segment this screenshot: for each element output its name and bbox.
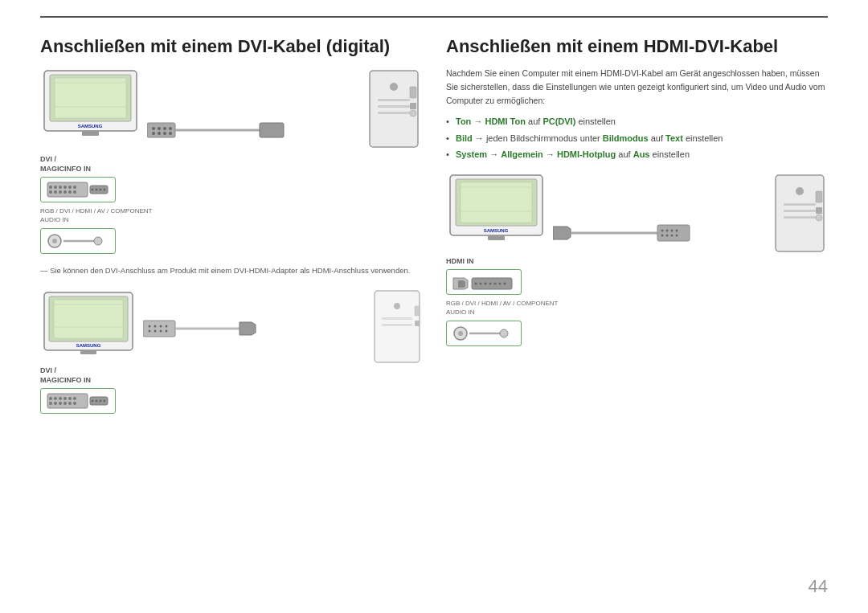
svg-point-75: [59, 397, 62, 400]
svg-rect-22: [378, 112, 410, 114]
dvi-port-panel-1: [46, 181, 110, 198]
bullet-list: Ton → HDMI Ton auf PC(DVI) einstellen Bi…: [446, 115, 828, 161]
page-number: 44: [809, 576, 828, 597]
svg-point-61: [154, 330, 157, 333]
svg-rect-71: [415, 321, 420, 326]
svg-rect-112: [784, 216, 816, 219]
svg-point-109: [796, 187, 804, 195]
top-line: [40, 16, 828, 18]
bullet-item-3: System → Allgemein → HDMI-Hotplug auf Au…: [446, 148, 828, 161]
svg-rect-92: [461, 182, 532, 223]
svg-point-40: [92, 189, 94, 191]
svg-rect-114: [816, 207, 822, 214]
bullet-item-2: Bild → jeden Bildschirmmodus unter Bildm…: [446, 132, 828, 145]
svg-point-125: [504, 282, 506, 284]
svg-point-83: [68, 402, 72, 405]
svg-point-76: [63, 397, 67, 400]
svg-point-28: [54, 186, 57, 189]
svg-rect-95: [488, 235, 505, 240]
svg-point-107: [676, 234, 678, 236]
connector-panel-dvi-1: DVI / MAGICINFO IN: [40, 155, 422, 207]
svg-point-41: [96, 189, 98, 191]
cable-diagram-2: [143, 313, 288, 349]
svg-rect-7: [147, 123, 175, 137]
svg-point-34: [54, 190, 57, 194]
svg-point-15: [169, 132, 172, 135]
svg-point-87: [96, 400, 98, 403]
left-footnote: — Sie können den DVI-Anschluss am Produk…: [40, 265, 422, 276]
svg-point-82: [63, 402, 67, 405]
svg-point-123: [494, 282, 497, 284]
svg-text:SAMSUNG: SAMSUNG: [76, 343, 101, 348]
monitor-svg-1: SAMSUNG: [40, 67, 141, 143]
svg-point-100: [661, 229, 664, 231]
svg-point-13: [158, 132, 161, 135]
svg-point-30: [63, 186, 67, 189]
bullet-item-1: Ton → HDMI Ton auf PC(DVI) einstellen: [446, 115, 828, 129]
svg-point-120: [480, 282, 482, 284]
svg-rect-99: [657, 225, 690, 241]
svg-point-129: [500, 329, 508, 337]
left-section-title: Anschließen mit einem DVI-Kabel (digital…: [40, 36, 422, 57]
svg-point-106: [671, 234, 674, 236]
svg-rect-66: [375, 291, 420, 362]
svg-point-124: [499, 282, 502, 284]
audio-port-panel-1: [46, 232, 110, 250]
monitor-svg-hdmi: SAMSUNG: [446, 171, 547, 247]
svg-point-122: [489, 282, 492, 284]
svg-rect-50: [54, 300, 123, 338]
svg-rect-2: [55, 78, 126, 118]
svg-point-12: [152, 132, 155, 135]
hdmi-port-panel: [452, 273, 516, 291]
svg-marker-97: [553, 227, 571, 239]
svg-point-80: [54, 402, 57, 405]
svg-point-77: [68, 397, 72, 400]
svg-point-60: [149, 330, 151, 333]
right-section: Anschließen mit einem HDMI-DVI-Kabel Nac…: [446, 36, 828, 417]
svg-rect-26: [47, 182, 88, 197]
svg-point-37: [68, 190, 72, 194]
svg-point-86: [92, 400, 94, 403]
svg-point-119: [475, 282, 477, 284]
svg-point-25: [410, 110, 416, 116]
svg-point-33: [49, 190, 52, 194]
dvi-port-panel-2: [46, 392, 110, 410]
svg-point-32: [73, 186, 76, 189]
svg-point-63: [166, 330, 168, 333]
right-section-title: Anschließen mit einem HDMI-DVI-Kabel: [446, 36, 828, 57]
svg-point-67: [394, 303, 400, 309]
svg-rect-17: [260, 123, 284, 137]
svg-point-102: [671, 229, 674, 231]
svg-rect-113: [816, 191, 822, 202]
svg-point-19: [390, 83, 398, 91]
hdmi-dvi-cable: [553, 215, 706, 251]
right-intro-text: Nachdem Sie einen Computer mit einem HDM…: [446, 67, 828, 107]
svg-point-127: [458, 331, 463, 336]
svg-point-89: [104, 400, 106, 403]
svg-marker-65: [240, 322, 256, 335]
svg-point-62: [160, 330, 162, 333]
svg-marker-117: [458, 280, 465, 288]
svg-rect-21: [378, 105, 410, 108]
diagram2: SAMSUNG: [40, 288, 422, 417]
svg-point-42: [100, 189, 102, 191]
svg-point-59: [166, 325, 168, 328]
svg-rect-68: [382, 317, 412, 320]
svg-rect-24: [410, 103, 416, 109]
svg-point-29: [59, 186, 62, 189]
svg-rect-111: [784, 210, 816, 212]
cable-diagram-1: [147, 111, 308, 151]
svg-point-47: [94, 237, 102, 245]
svg-point-104: [661, 234, 664, 236]
svg-point-36: [63, 190, 67, 194]
svg-rect-55: [143, 321, 175, 337]
svg-point-58: [160, 325, 162, 328]
svg-point-81: [59, 402, 62, 405]
svg-point-57: [154, 325, 157, 328]
svg-text:SAMSUNG: SAMSUNG: [484, 228, 509, 233]
svg-rect-20: [378, 99, 410, 101]
svg-point-121: [485, 282, 487, 284]
svg-point-73: [49, 397, 52, 400]
svg-rect-53: [80, 350, 96, 354]
svg-point-115: [816, 215, 822, 221]
